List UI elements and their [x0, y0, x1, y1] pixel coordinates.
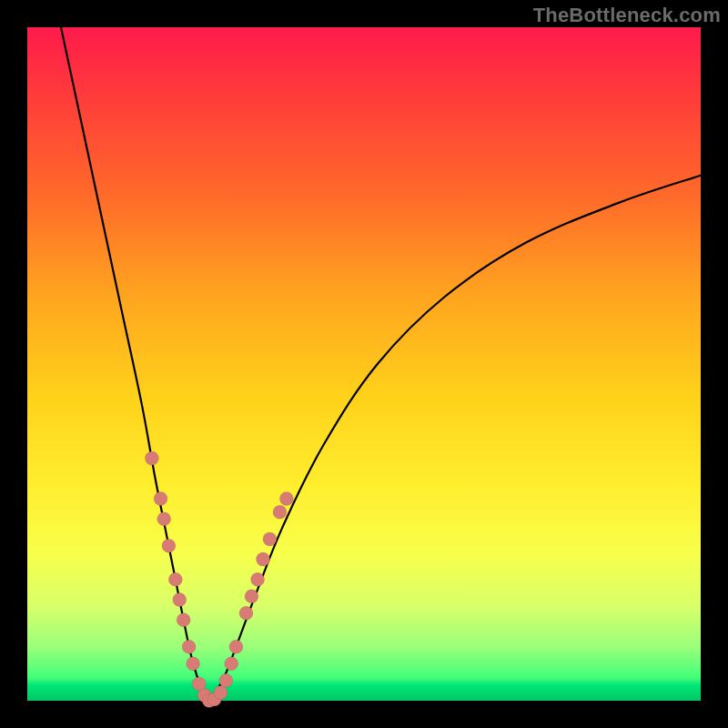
plot-area: [27, 27, 701, 701]
data-bead: [251, 572, 265, 586]
data-bead: [145, 451, 158, 465]
chart-container: TheBottleneck.com: [0, 0, 728, 728]
data-bead: [162, 539, 176, 552]
bottleneck-curve-svg: [27, 27, 701, 701]
curve-left-branch: [61, 27, 209, 701]
data-bead: [187, 657, 200, 671]
data-bead: [225, 657, 238, 671]
data-bead: [182, 640, 196, 653]
attribution-label: TheBottleneck.com: [533, 4, 721, 27]
data-bead: [273, 505, 287, 519]
curve-right-branch: [209, 176, 701, 701]
data-beads-group: [145, 451, 293, 707]
data-bead: [263, 532, 277, 546]
data-bead: [245, 590, 258, 603]
data-bead: [177, 613, 190, 627]
data-bead: [154, 492, 167, 506]
data-bead: [214, 686, 228, 700]
data-bead: [279, 492, 293, 506]
data-bead: [168, 572, 182, 586]
data-bead: [173, 593, 187, 607]
data-bead: [229, 640, 243, 653]
data-bead: [257, 552, 270, 566]
data-bead: [157, 512, 171, 526]
data-bead: [239, 606, 253, 620]
data-bead: [219, 673, 233, 687]
